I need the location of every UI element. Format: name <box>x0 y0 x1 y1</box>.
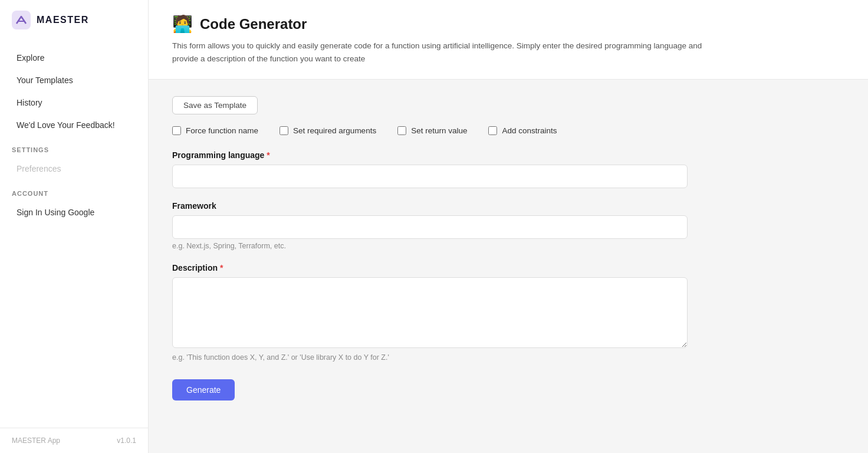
framework-hint: e.g. Next.js, Spring, Terraform, etc. <box>172 242 844 250</box>
programming-language-input[interactable] <box>172 165 688 188</box>
description-hint: e.g. 'This function does X, Y, and Z.' o… <box>172 353 844 362</box>
checkbox-set-return-value[interactable]: Set return value <box>397 126 467 135</box>
page-header: 🧑‍💻 Code Generator This form allows you … <box>149 0 868 80</box>
description-textarea[interactable] <box>172 277 688 348</box>
account-section-label: ACCOUNT <box>0 180 148 201</box>
set-required-arguments-label: Set required arguments <box>293 126 376 135</box>
maester-logo-icon <box>12 11 31 29</box>
force-function-name-checkbox[interactable] <box>172 126 181 135</box>
set-return-value-checkbox[interactable] <box>397 126 406 135</box>
sidebar-item-history[interactable]: History <box>5 92 143 113</box>
page-content: Save as Template Force function name Set… <box>149 80 868 417</box>
programming-language-label: Programming language * <box>172 150 844 160</box>
logo-text: MAESTER <box>37 15 89 25</box>
programming-language-required: * <box>267 150 269 160</box>
description-group: Description * e.g. 'This function does X… <box>172 263 844 362</box>
framework-label: Framework <box>172 201 844 211</box>
description-required: * <box>220 263 223 273</box>
sidebar-item-feedback[interactable]: We'd Love Your Feedback! <box>5 114 143 136</box>
sidebar-item-explore[interactable]: Explore <box>5 47 143 68</box>
checkbox-force-function-name[interactable]: Force function name <box>172 126 258 135</box>
footer-version: v1.0.1 <box>117 436 136 445</box>
sidebar-item-preferences: Preferences <box>5 158 143 179</box>
sidebar-footer: MAESTER App v1.0.1 <box>0 428 148 453</box>
force-function-name-label: Force function name <box>186 126 258 135</box>
page-emoji: 🧑‍💻 <box>172 14 193 34</box>
framework-group: Framework e.g. Next.js, Spring, Terrafor… <box>172 201 844 250</box>
set-return-value-label: Set return value <box>411 126 467 135</box>
sidebar-navigation: Explore Your Templates History We'd Love… <box>0 40 148 428</box>
svg-rect-0 <box>12 11 31 29</box>
page-title: Code Generator <box>200 16 307 32</box>
sidebar: MAESTER Explore Your Templates History W… <box>0 0 149 453</box>
settings-section-label: SETTINGS <box>0 137 148 157</box>
checkbox-add-constraints[interactable]: Add constraints <box>488 126 557 135</box>
framework-input[interactable] <box>172 215 688 239</box>
page-description: This form allows you to quickly and easi… <box>172 40 703 65</box>
set-required-arguments-checkbox[interactable] <box>280 126 288 135</box>
add-constraints-label: Add constraints <box>502 126 557 135</box>
save-template-button[interactable]: Save as Template <box>172 96 258 114</box>
checkbox-set-required-arguments[interactable]: Set required arguments <box>280 126 376 135</box>
sidebar-item-sign-in-google[interactable]: Sign In Using Google <box>5 202 143 223</box>
page-title-row: 🧑‍💻 Code Generator <box>172 14 844 34</box>
sidebar-item-your-templates[interactable]: Your Templates <box>5 70 143 91</box>
description-label: Description * <box>172 263 844 273</box>
add-constraints-checkbox[interactable] <box>488 126 497 135</box>
generate-button[interactable]: Generate <box>172 379 235 401</box>
main-content: 🧑‍💻 Code Generator This form allows you … <box>149 0 868 453</box>
footer-app-name: MAESTER App <box>12 436 60 445</box>
sidebar-logo: MAESTER <box>0 0 148 40</box>
checkboxes-row: Force function name Set required argumen… <box>172 126 844 135</box>
programming-language-group: Programming language * <box>172 150 844 188</box>
